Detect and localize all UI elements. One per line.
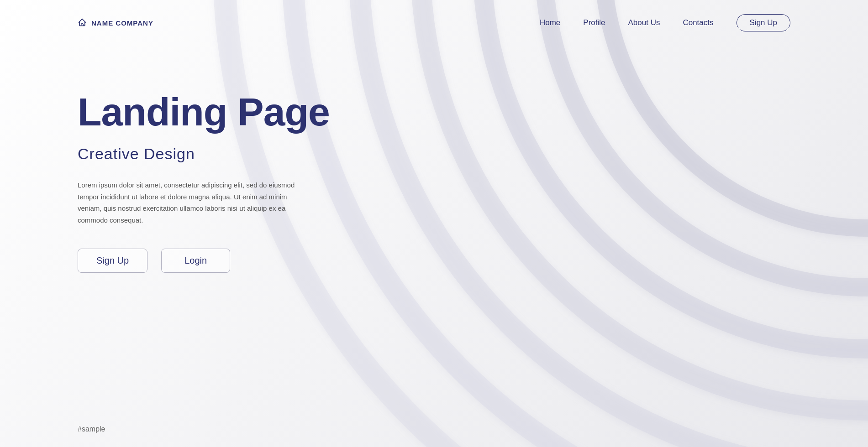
nav-contacts-link[interactable]: Contacts xyxy=(683,18,713,27)
hero-subtitle: Creative Design xyxy=(78,145,330,163)
svg-point-2 xyxy=(482,0,868,349)
logo-text: NAME COMPANY xyxy=(91,19,153,27)
nav-links: Home Profile About Us Contacts Sign Up xyxy=(540,14,790,31)
hero-buttons: Sign Up Login xyxy=(78,249,330,273)
hero-description: Lorem ipsum dolor sit amet, consectetur … xyxy=(78,179,301,226)
footer-tag: #sample xyxy=(78,425,105,433)
nav-profile-link[interactable]: Profile xyxy=(583,18,605,27)
hero-login-button[interactable]: Login xyxy=(161,249,230,273)
hero-signup-button[interactable]: Sign Up xyxy=(78,249,147,273)
logo[interactable]: NAME COMPANY xyxy=(78,18,153,28)
nav-signup-button[interactable]: Sign Up xyxy=(736,14,790,31)
nav-home-link[interactable]: Home xyxy=(540,18,560,27)
home-icon xyxy=(78,18,87,28)
nav-about-link[interactable]: About Us xyxy=(628,18,660,27)
hero-section: Landing Page Creative Design Lorem ipsum… xyxy=(78,91,330,273)
navbar: NAME COMPANY Home Profile About Us Conta… xyxy=(0,0,868,46)
hero-title: Landing Page xyxy=(78,91,330,132)
